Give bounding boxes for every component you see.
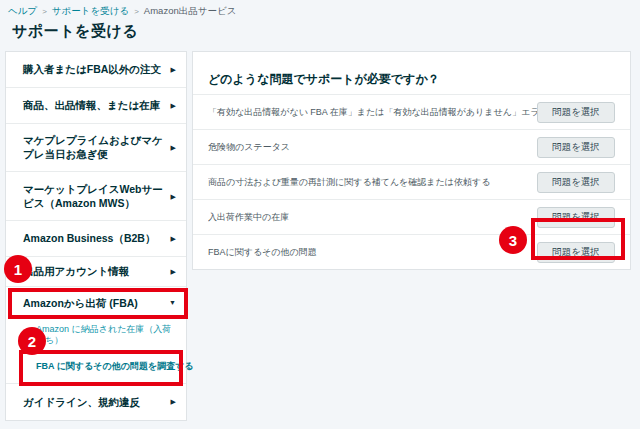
sidebar-item-non-fba-orders[interactable]: 購入者またはFBA以外の注文 ▶ <box>6 52 186 88</box>
breadcrumb-current: Amazon出品サービス <box>144 5 237 18</box>
chevron-right-icon: ▶ <box>171 143 176 152</box>
sidebar-item-label: 出品用アカウント情報 <box>23 264 129 278</box>
page-title: サポートを受ける <box>12 22 138 41</box>
sidebar-item-label: マーケットプレイスWebサービス（Amazon MWS） <box>23 182 165 210</box>
annotation-step-1-badge: 1 <box>4 255 32 283</box>
chevron-right-icon: ▶ <box>171 192 176 201</box>
sidebar-item-label: 商品、出品情報、または在庫 <box>23 98 160 112</box>
sidebar-item-mws[interactable]: マーケットプレイスWebサービス（Amazon MWS） ▶ <box>6 172 186 221</box>
select-issue-button[interactable]: 問題を選択 <box>537 137 615 158</box>
breadcrumb: ヘルプ > サポートを受ける > Amazon出品サービス <box>8 5 236 18</box>
chevron-right-icon: ▶ <box>171 65 176 74</box>
chevron-right-icon: ▶ <box>171 234 176 243</box>
sidebar-item-products-listings-inventory[interactable]: 商品、出品情報、または在庫 ▶ <box>6 88 186 124</box>
sidebar-item-amazon-business[interactable]: Amazon Business（B2B） ▶ <box>6 221 186 257</box>
issue-panel-heading: どのような問題でサポートが必要ですか？ <box>193 52 630 94</box>
annotation-step-3-badge: 3 <box>499 226 527 254</box>
sidebar-subitem-label: Amazon に納品された在庫（入荷待ち） <box>36 324 178 347</box>
breadcrumb-help-link[interactable]: ヘルプ <box>8 5 37 18</box>
sidebar-item-label: 購入者またはFBA以外の注文 <box>23 62 161 76</box>
annotation-step-2-badge: 2 <box>18 327 46 355</box>
issue-label: 危険物のステータス <box>208 141 290 154</box>
select-issue-button[interactable]: 問題を選択 <box>537 102 615 123</box>
issue-row-hazmat-status: 危険物のステータス 問題を選択 <box>193 129 630 164</box>
annotation-highlight-box-2 <box>19 350 183 386</box>
issue-label: 「有効な出品情報がない FBA 在庫」または「有効な出品情報がありません」エラー <box>208 106 537 119</box>
annotation-highlight-box-3 <box>531 218 625 260</box>
issue-row-remeasurement-reimbursement: 商品の寸法および重量の再計測に関する補てんを確認または依頼する 問題を選択 <box>193 164 630 199</box>
breadcrumb-get-support-link[interactable]: サポートを受ける <box>52 5 129 18</box>
select-issue-button[interactable]: 問題を選択 <box>537 172 615 193</box>
sidebar-item-prime-same-day[interactable]: マケプレプライムおよびマケプレ当日お急ぎ便 ▶ <box>6 124 186 173</box>
chevron-right-icon: ▶ <box>171 101 176 110</box>
sidebar-item-seller-account-info[interactable]: 出品用アカウント情報 ▶ <box>6 257 186 287</box>
breadcrumb-separator-icon: > <box>134 7 139 16</box>
sidebar-item-guidelines-violations[interactable]: ガイドライン、規約違反 ▶ <box>6 384 186 420</box>
sidebar-item-label: Amazon Business（B2B） <box>23 231 155 245</box>
breadcrumb-separator-icon: > <box>42 7 47 16</box>
chevron-right-icon: ▶ <box>171 267 176 276</box>
sidebar-item-label: ガイドライン、規約違反 <box>23 395 140 409</box>
issue-label: 商品の寸法および重量の再計測に関する補てんを確認または依頼する <box>208 176 490 189</box>
annotation-highlight-box-1 <box>8 288 188 319</box>
chevron-right-icon: ▶ <box>171 397 176 406</box>
issue-label: 入出荷作業中の在庫 <box>208 211 289 224</box>
issue-row-no-active-listing-error: 「有効な出品情報がない FBA 在庫」または「有効な出品情報がありません」エラー… <box>193 94 630 129</box>
issue-label: FBAに関するその他の問題 <box>208 246 317 259</box>
sidebar-item-label: マケプレプライムおよびマケプレ当日お急ぎ便 <box>23 133 165 161</box>
support-page: ヘルプ > サポートを受ける > Amazon出品サービス サポートを受ける 購… <box>0 0 640 429</box>
